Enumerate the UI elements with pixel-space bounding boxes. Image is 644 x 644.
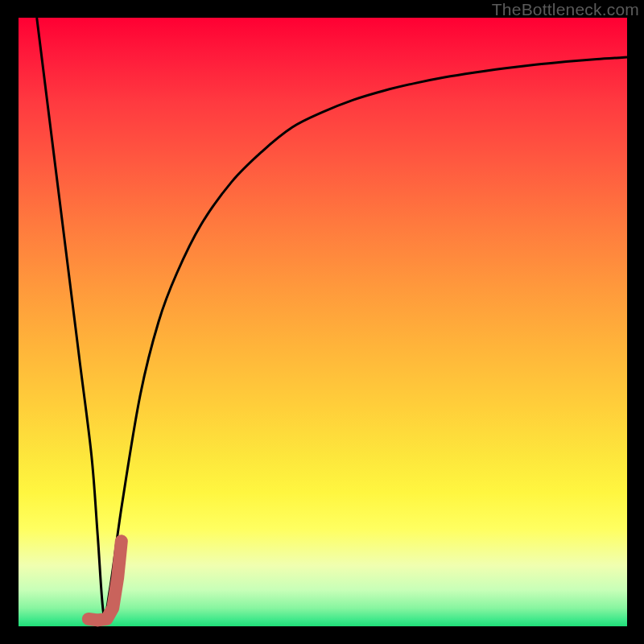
watermark-text: TheBottleneck.com <box>492 0 639 19</box>
chart-overlay <box>19 18 627 626</box>
bottleneck-curve <box>37 18 627 617</box>
highlight-J <box>89 541 122 620</box>
chart-frame: TheBottleneck.com <box>0 0 644 644</box>
